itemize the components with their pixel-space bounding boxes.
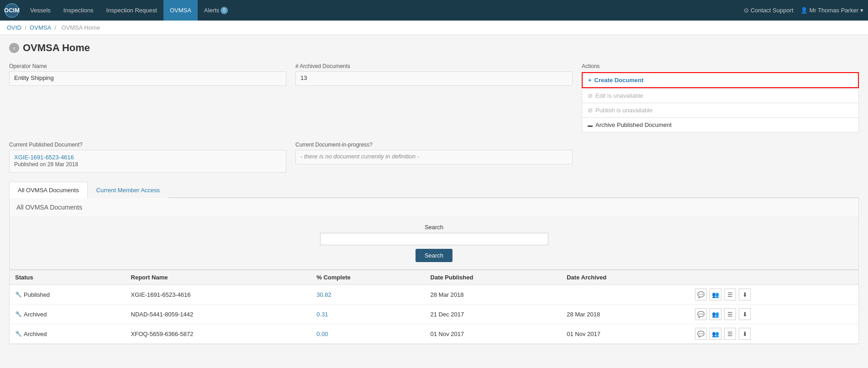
info-grid-2: Current Published Document? XGIE-1691-65… (9, 142, 859, 173)
actions-box: + Create Document ⊘ Edit is unavailable … (582, 72, 859, 132)
nav-right: ⊙ Contact Support 👤 Mr Thomas Parker ▾ (744, 7, 863, 14)
info-grid: Operator Name Entity Shipping # Archived… (9, 63, 859, 132)
cell-report-name: XFOQ-5659-6366-5872 (126, 324, 311, 344)
col-status: Status (10, 270, 126, 285)
cell-date-archived: 01 Nov 2017 (561, 324, 689, 344)
status-text: Archived (24, 311, 47, 318)
support-icon: ⊙ (744, 7, 749, 14)
archived-docs-label: # Archived Documents (295, 63, 573, 69)
operator-col: Operator Name Entity Shipping (9, 63, 286, 132)
status-icon: 🔧 (15, 331, 22, 337)
comment-button[interactable]: 💬 (695, 289, 707, 300)
search-input[interactable] (320, 233, 548, 245)
nav-item-inspection-request[interactable]: Inspection Request (100, 0, 163, 21)
col-actions (689, 270, 858, 285)
pct-link[interactable]: 0.00 (316, 331, 328, 337)
search-button[interactable]: Search (416, 249, 452, 262)
search-label: Search (16, 224, 852, 231)
list-button[interactable]: ☰ (724, 308, 736, 320)
nav-item-inspections[interactable]: Inspections (57, 0, 100, 21)
cell-status: 🔧 Archived (10, 305, 126, 324)
cell-status: 🔧 Archived (10, 324, 126, 344)
ban-icon-edit: ⊘ (588, 92, 593, 99)
col-date-published: Date Published (425, 270, 562, 285)
download-button[interactable]: ⬇ (739, 328, 751, 340)
publish-unavailable-button: ⊘ Publish is unavailable (582, 103, 859, 117)
download-button[interactable]: ⬇ (739, 289, 751, 300)
cell-row-actions: 💬 👥 ☰ ⬇ (689, 324, 858, 344)
plus-icon: + (588, 77, 592, 84)
status-text: Archived (24, 331, 47, 337)
users-button[interactable]: 👥 (710, 289, 721, 300)
row-actions: 💬 👥 ☰ ⬇ (695, 308, 853, 320)
doc-in-progress-col: Current Document-in-progress? - there is… (295, 142, 573, 173)
nav-items: Vessels Inspections Inspection Request O… (24, 0, 744, 21)
list-button[interactable]: ☰ (724, 289, 736, 300)
contact-support-link[interactable]: ⊙ Contact Support (744, 7, 794, 14)
col-report-name: Report Name (126, 270, 311, 285)
nav-item-alerts[interactable]: Alerts 0 (198, 0, 234, 21)
tab-all-ovmsa-documents[interactable]: All OVMSA Documents (9, 182, 88, 198)
breadcrumb-current: OVMSA Home (61, 24, 100, 31)
status-icon: 🔧 (15, 311, 22, 317)
user-menu[interactable]: 👤 Mr Thomas Parker ▾ (800, 7, 863, 14)
nav-item-vessels[interactable]: Vessels (24, 0, 57, 21)
published-doc-value: XGIE-1691-6523-4616 Published on 28 Mar … (9, 150, 286, 173)
published-doc-label: Current Published Document? (9, 142, 286, 148)
edit-unavailable-button: ⊘ Edit is unavailable (582, 88, 859, 103)
cell-row-actions: 💬 👥 ☰ ⬇ (689, 285, 858, 305)
cell-date-published: 28 Mar 2018 (425, 285, 562, 305)
cell-date-archived (561, 285, 689, 305)
create-document-button[interactable]: + Create Document (582, 72, 859, 88)
published-doc-link[interactable]: XGIE-1691-6523-4616 (14, 154, 281, 161)
breadcrumb: OVID / OVMSA / OVMSA Home (0, 21, 868, 35)
operator-value: Entity Shipping (9, 71, 286, 86)
table-title: All OVMSA Documents (10, 198, 858, 217)
logo-icon: OCIM (5, 3, 19, 18)
row-actions: 💬 👥 ☰ ⬇ (695, 289, 853, 300)
users-button[interactable]: 👥 (710, 308, 721, 320)
spacer-col (582, 142, 859, 173)
search-area: Search Search (10, 217, 858, 269)
pct-link[interactable]: 0.31 (316, 311, 328, 318)
nav-logo: OCIM (5, 3, 19, 18)
tab-current-member-access[interactable]: Current Member Access (88, 182, 168, 198)
doc-in-progress-value: - there is no document currently in defi… (295, 150, 573, 164)
page-title: OVMSA Home (23, 42, 90, 54)
archived-docs-col: # Archived Documents 13 (295, 63, 573, 132)
cell-pct-complete: 0.00 (311, 324, 425, 344)
cell-pct-complete: 0.31 (311, 305, 425, 324)
col-pct-complete: % Complete (311, 270, 425, 285)
cell-report-name: XGIE-1691-6523-4616 (126, 285, 311, 305)
archive-icon: ▬ (588, 122, 593, 128)
pct-link[interactable]: 30.82 (316, 291, 331, 298)
cell-pct-complete: 30.82 (311, 285, 425, 305)
breadcrumb-ovmsa[interactable]: OVMSA (30, 24, 51, 31)
published-doc-sub: Published on 28 Mar 2018 (14, 161, 78, 168)
content-area: Operator Name Entity Shipping # Archived… (0, 58, 868, 349)
comment-button[interactable]: 💬 (695, 308, 707, 320)
status-text: Published (24, 291, 50, 298)
cell-report-name: NDAD-5441-8059-1442 (126, 305, 311, 324)
user-icon: 👤 (800, 7, 808, 14)
table-row: 🔧 Archived NDAD-5441-8059-1442 0.31 21 D… (10, 305, 858, 324)
cell-date-published: 01 Nov 2017 (425, 324, 562, 344)
archive-published-document-button[interactable]: ▬ Archive Published Document (582, 117, 859, 132)
list-button[interactable]: ☰ (724, 328, 736, 340)
tabs: All OVMSA Documents Current Member Acces… (9, 182, 859, 198)
download-button[interactable]: ⬇ (739, 308, 751, 320)
cell-date-published: 21 Dec 2017 (425, 305, 562, 324)
cell-row-actions: 💬 👥 ☰ ⬇ (689, 305, 858, 324)
table-section: All OVMSA Documents Search Search Status… (9, 198, 859, 344)
breadcrumb-ovid[interactable]: OVID (7, 24, 21, 31)
back-button[interactable]: ‹ (9, 43, 19, 53)
ban-icon-publish: ⊘ (588, 107, 593, 114)
nav-item-ovmsa[interactable]: OVMSA (163, 0, 198, 21)
actions-label: Actions (582, 63, 859, 69)
users-button[interactable]: 👥 (710, 328, 721, 340)
comment-button[interactable]: 💬 (695, 328, 707, 340)
nav-bar: OCIM Vessels Inspections Inspection Requ… (0, 0, 868, 21)
operator-label: Operator Name (9, 63, 286, 69)
actions-col: Actions + Create Document ⊘ Edit is unav… (582, 63, 859, 132)
cell-status: 🔧 Published (10, 285, 126, 305)
